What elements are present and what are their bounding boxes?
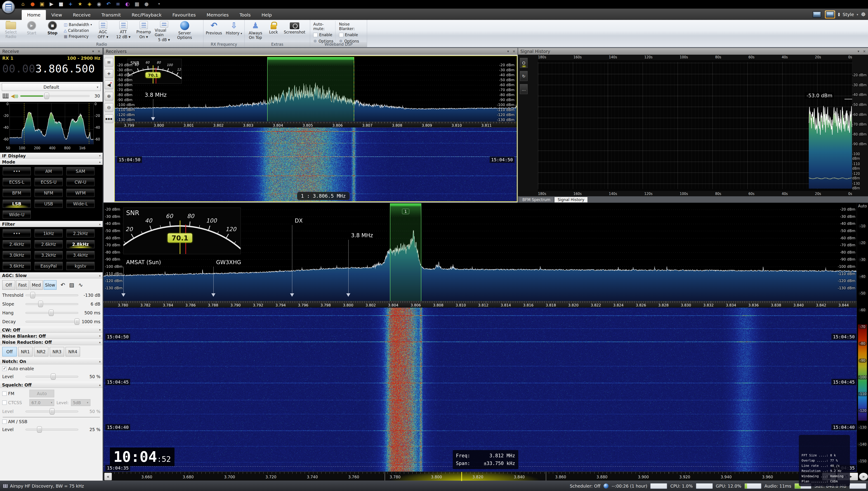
visual-gain-dropdown[interactable]: Visual Gain5 dB ▾ <box>155 21 174 42</box>
slope-slider[interactable] <box>26 300 78 307</box>
auto-enable-checkbox[interactable]: Auto enable <box>2 366 100 371</box>
mode-wfm-button[interactable]: WFM <box>66 189 94 197</box>
mode-wide-l-button[interactable]: Wide-L <box>66 200 94 208</box>
calibration-button[interactable]: △Calibration <box>64 28 92 33</box>
tab-rec-playback[interactable]: Rec/Playback <box>126 10 167 20</box>
receiver-display[interactable]: -20 dBm-30 dBm-40 dBm-50 dBm-60 dBm-70 d… <box>114 56 517 202</box>
att-dropdown[interactable]: ATT12 dB ▾ <box>114 21 133 42</box>
toolbar-icon[interactable]: ★ <box>77 1 83 7</box>
toolbar-icon[interactable]: ◐ <box>124 1 131 7</box>
server-options-button[interactable]: ServerOptions <box>175 21 194 42</box>
select-radio-button[interactable]: SelectRadio <box>1 21 20 42</box>
section-mode[interactable]: Mode▴ <box>0 159 103 165</box>
tab-tools[interactable]: Tools <box>234 10 256 20</box>
panel-menu-icon[interactable]: ▾ <box>92 49 94 53</box>
more-icon[interactable]: … <box>520 84 528 94</box>
agc-slow-button[interactable]: Slow <box>43 280 57 290</box>
navigation-bar[interactable]: 3.6603.6803.7003.7203.7403.7603.7803.800… <box>103 471 857 481</box>
filter-2k2-button[interactable]: 2.2kHz <box>66 229 94 237</box>
main-waterfall[interactable] <box>103 308 857 471</box>
filter-2k8-button[interactable]: 2.8kHz <box>66 240 94 248</box>
mode-ecss-u-button[interactable]: ECSS-U <box>35 178 63 186</box>
mode-more-button[interactable]: ••• <box>3 167 31 175</box>
notch-level-slider[interactable] <box>26 373 78 380</box>
filter-2k4-button[interactable]: 2.4kHz <box>3 240 31 248</box>
tab-home[interactable]: Home <box>22 10 46 20</box>
squelch-level-slider[interactable] <box>26 408 78 415</box>
frequency-display[interactable]: RX 1 100 - 2900 Hz 00.003.806.500 <box>0 55 103 82</box>
section-notch[interactable]: Notch: On▴ <box>0 358 103 364</box>
filter-2k6-button[interactable]: 2.6kHz <box>35 240 63 248</box>
section-agc[interactable]: AGC: Slow▴ <box>0 272 103 279</box>
decay-slider[interactable] <box>26 318 78 325</box>
nr4-button[interactable]: NR4 <box>66 347 80 356</box>
mode-bfm-button[interactable]: BFM <box>3 189 31 197</box>
mode-lsb-button[interactable]: LSB <box>3 200 31 208</box>
graph-icon[interactable]: ∿ <box>79 282 83 288</box>
filter-3k4-button[interactable]: 3.4kHz <box>66 251 94 259</box>
tab-favourites[interactable]: Favourites <box>167 10 201 20</box>
refresh-icon[interactable]: ↻ <box>520 71 528 81</box>
auto-mute-enable-checkbox[interactable]: Enable <box>313 33 333 37</box>
am-ssb-checkbox[interactable]: AM / SSB <box>2 419 100 424</box>
ctcss-level-dropdown[interactable]: 5dB▾ <box>71 399 90 406</box>
ctcss-tone-dropdown[interactable]: 67.0▾ <box>29 399 54 406</box>
mute-icon[interactable]: ◀× <box>105 81 113 89</box>
more-icon[interactable]: ●●● <box>105 114 113 123</box>
toolbar-icon[interactable]: ⌂ <box>20 1 26 7</box>
tab-help[interactable]: Help <box>256 10 277 20</box>
section-noise-reduction[interactable]: Noise Reduction: Off▴ <box>0 339 103 345</box>
tab-transmit[interactable]: Transmit <box>96 10 126 20</box>
panel-menu-icon[interactable]: ▾ <box>507 49 509 53</box>
tab-receive[interactable]: Receive <box>68 10 96 20</box>
image-icon[interactable]: ▨ <box>69 282 74 288</box>
settings-gear-icon[interactable]: ☸ <box>861 11 866 18</box>
nr1-button[interactable]: NR1 <box>18 347 33 356</box>
volume-slider[interactable] <box>20 92 90 99</box>
nr2-button[interactable]: NR2 <box>34 347 49 356</box>
lock-button[interactable]: Lock <box>267 21 280 42</box>
panel-menu-icon[interactable]: ▾ <box>858 49 860 53</box>
toolbar-icon[interactable]: ■ <box>58 1 64 7</box>
bandwidth-button[interactable]: ◫Bandwidth▾ <box>64 22 92 27</box>
agc-dropdown[interactable]: AGCOFF ▾ <box>94 21 112 42</box>
dual-monitor-icon[interactable] <box>825 10 835 19</box>
toolbar-icon[interactable]: ● <box>143 1 150 7</box>
toolbar-icon[interactable]: ▶ <box>49 1 55 7</box>
equalizer-icon[interactable] <box>3 93 8 98</box>
noise-blanker-enable-checkbox[interactable]: Enable <box>339 33 364 37</box>
close-icon[interactable]: × <box>97 49 100 53</box>
previous-button[interactable]: ↶ Previous <box>205 21 223 42</box>
mode-ecss-l-button[interactable]: ECSS-L <box>3 178 31 186</box>
mode-nfm-button[interactable]: NFM <box>35 189 63 197</box>
toolbar-overflow-icon[interactable]: ▾ <box>158 2 160 6</box>
tab-bfm-spectrum[interactable]: BFM Spectrum <box>519 197 554 202</box>
fast-forward-button[interactable]: » <box>859 473 868 480</box>
filter-easypal-button[interactable]: EasyPal <box>35 262 63 270</box>
agc-off-button[interactable]: Off <box>2 280 15 290</box>
scale-auto-label[interactable]: Auto <box>857 204 868 208</box>
toolbar-icon[interactable]: ≡ <box>115 1 121 7</box>
close-icon[interactable]: × <box>513 49 515 53</box>
preamp-dropdown[interactable]: PreampOn ▾ <box>134 21 153 42</box>
style-menu[interactable]: Style <box>843 12 854 17</box>
tab-memories[interactable]: Memories <box>201 10 234 20</box>
stop-button[interactable]: ■ Stop <box>43 21 62 42</box>
signal-history-chart[interactable] <box>538 60 852 191</box>
start-button[interactable]: ▶ Start <box>22 21 41 42</box>
always-on-top-button[interactable]: ♟ AlwaysOn Top <box>246 21 265 42</box>
selection-region[interactable] <box>267 57 354 121</box>
tab-signal-history[interactable]: Signal History <box>554 197 588 202</box>
rx-frequency-ruler[interactable]: 3.7993.8003.8013.8023.8033.8043.8053.806… <box>115 122 517 127</box>
toolbar-icon[interactable]: ◈ <box>86 1 93 7</box>
amssb-level-slider[interactable] <box>26 426 78 433</box>
filter-3k6-button[interactable]: 3.6kHz <box>3 262 31 270</box>
application-menu-button[interactable] <box>2 0 15 13</box>
mode-sam-button[interactable]: SAM <box>66 167 94 175</box>
collapse-ribbon-icon[interactable]: ▲▼ <box>838 12 840 17</box>
section-noise-blanker[interactable]: Noise Blanker: Off▾ <box>0 333 103 339</box>
section-if-display[interactable]: IF Display▾ <box>0 153 103 159</box>
nr-off-button[interactable]: Off <box>2 347 17 356</box>
mode-cw-u-button[interactable]: CW-U <box>66 178 94 186</box>
waterfall-color-scale[interactable]: Auto -10-20-30-40-50-60-70-80-90-100-110… <box>857 203 868 471</box>
